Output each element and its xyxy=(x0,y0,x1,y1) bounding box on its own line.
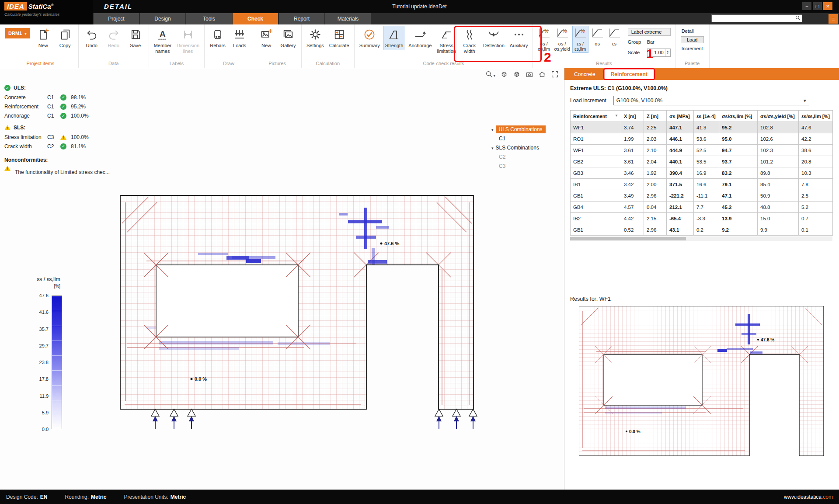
project-item-selector[interactable]: DRM1 xyxy=(5,28,30,38)
redo-button[interactable]: Redo xyxy=(103,26,124,50)
table-row[interactable]: GB13.492.96-221.2-11.147.150.92.5 xyxy=(571,190,833,202)
home-view-button[interactable] xyxy=(538,70,546,80)
crack-width-button[interactable]: Crack width xyxy=(459,26,480,56)
table-row[interactable]: IB13.422.00371.516.679.185.47.8 xyxy=(571,179,833,190)
tab-materials[interactable]: Materials xyxy=(325,13,371,24)
summary-button[interactable]: Summary xyxy=(357,26,382,50)
deflection-button[interactable]: Deflection xyxy=(481,26,507,50)
snapshot-button[interactable] xyxy=(526,70,533,80)
column-header[interactable]: εs/εs,lim [%] xyxy=(799,111,833,122)
tab-project[interactable]: Project xyxy=(94,13,139,24)
expander-icon[interactable] xyxy=(491,145,494,151)
tab-check[interactable]: Check xyxy=(233,13,278,24)
horizontal-scrollbar[interactable] xyxy=(570,236,832,241)
stress-limitation-button[interactable]: Stress limitation xyxy=(435,26,458,56)
main-canvas[interactable]: ULS: ConcreteC198.1%ReinforcementC195.2%… xyxy=(0,68,564,490)
status-name: Stress limitation xyxy=(4,134,47,140)
structure-diagram[interactable]: 47.6 % 0.0 % xyxy=(116,193,477,434)
result-ss-button[interactable]: σs xyxy=(589,26,606,48)
undo-button[interactable]: Undo xyxy=(81,26,102,50)
column-header[interactable]: Reinforcement xyxy=(571,111,621,122)
fit-view-button[interactable] xyxy=(551,70,559,80)
table-cell: GB1 xyxy=(571,190,621,202)
column-header[interactable]: X [m] xyxy=(621,111,644,122)
search-input[interactable] xyxy=(712,15,795,22)
result-ss-ssyield-button[interactable]: % σs / σs,yield xyxy=(553,26,571,53)
table-cell: -221.2 xyxy=(667,190,694,202)
tree-item-uls-combinations[interactable]: ULS Combinations xyxy=(491,125,563,134)
column-header[interactable]: σs/σs,yield [%] xyxy=(758,111,799,122)
column-header[interactable]: Z [m] xyxy=(644,111,667,122)
table-row[interactable]: GB10.522.9643.10.29.29.90.1 xyxy=(571,224,833,236)
group-caption: Results xyxy=(536,60,672,67)
scale-stepper[interactable]: 1.00 xyxy=(647,49,671,57)
result-es-eslim-button[interactable]: % εs / εs,lim xyxy=(572,26,588,53)
table-cell: 89.8 xyxy=(758,167,799,179)
tree-item-sls-combinations[interactable]: SLS Combinations xyxy=(491,143,563,152)
table-row[interactable]: GB23.612.04440.153.593.7101.220.8 xyxy=(571,156,833,167)
min-value-label: 0.0 % xyxy=(629,429,641,434)
auxiliary-button[interactable]: Auxiliary xyxy=(508,26,530,50)
maximize-button[interactable] xyxy=(813,2,822,10)
palette-increment-option[interactable]: Increment xyxy=(681,45,704,52)
tab-design[interactable]: Design xyxy=(140,13,185,24)
solid-view-button[interactable] xyxy=(513,70,521,80)
filter-icon[interactable] xyxy=(615,114,618,118)
strength-button[interactable]: Strength xyxy=(383,26,406,50)
scrollbar-thumb[interactable] xyxy=(570,237,686,240)
table-row[interactable]: GB44.570.04212.17.745.248.85.2 xyxy=(571,202,833,213)
load-increment-select[interactable]: G100.0%, V100.0% xyxy=(613,96,809,105)
tree-item-c3[interactable]: C3 xyxy=(491,161,563,170)
scale-unit: [%] xyxy=(11,284,60,288)
stepper-arrows-icon[interactable] xyxy=(665,49,670,56)
minimize-button[interactable] xyxy=(802,2,811,10)
table-cell: 102.8 xyxy=(758,122,799,133)
palette-detail-option[interactable]: Detail xyxy=(681,28,704,34)
tab-reinforcement[interactable]: Reinforcement xyxy=(603,68,655,80)
rebars-button[interactable]: Rebars xyxy=(207,26,228,50)
dimension-lines-button[interactable]: Dimension lines xyxy=(174,26,202,56)
gallery-button[interactable]: Gallery xyxy=(278,26,299,50)
axonometry-button[interactable] xyxy=(500,70,508,80)
close-button[interactable] xyxy=(823,2,832,10)
table-row[interactable]: GB33.461.92390.416.983.289.810.3 xyxy=(571,167,833,179)
table-row[interactable]: WF13.612.10444.952.594.7102.338.6 xyxy=(571,145,833,156)
palette-load-option[interactable]: Load xyxy=(681,36,704,43)
tab-report[interactable]: Report xyxy=(279,13,324,24)
table-cell: 2.96 xyxy=(644,190,667,202)
copy-button[interactable]: Copy xyxy=(55,26,76,50)
column-header[interactable]: σs [MPa] xyxy=(667,111,694,122)
zoom-button[interactable] xyxy=(485,70,495,80)
column-header[interactable]: εs [1e-4] xyxy=(694,111,719,122)
label-extreme-toggle[interactable]: Label extreme xyxy=(628,28,671,36)
menu-button[interactable] xyxy=(829,14,838,24)
new-picture-icon xyxy=(260,28,272,42)
table-row[interactable]: RO11.992.03446.153.695.0102.642.2 xyxy=(571,133,833,145)
new-picture-button[interactable]: New xyxy=(256,26,277,50)
website-link[interactable]: www.ideastatica.com xyxy=(784,494,833,500)
calculate-button[interactable]: Calculate xyxy=(327,26,352,50)
settings-button[interactable]: Settings xyxy=(304,26,326,50)
table-cell: 3.61 xyxy=(621,156,644,167)
result-es-button[interactable]: εs xyxy=(606,26,623,48)
tab-tools[interactable]: Tools xyxy=(186,13,232,24)
table-row[interactable]: IB24.422.15-65.4-3.313.915.00.7 xyxy=(571,213,833,224)
stress-graph-icon xyxy=(591,28,604,40)
rebars-icon xyxy=(212,28,224,42)
status-row: Crack widthC281.1% xyxy=(4,142,110,151)
tree-item-c1[interactable]: C1 xyxy=(491,134,563,143)
member-names-button[interactable]: A Member names xyxy=(152,26,174,56)
table-row[interactable]: WF13.742.25447.141.395.2102.847.6 xyxy=(571,122,833,133)
group-mode-select[interactable]: Bar xyxy=(647,39,654,45)
new-project-item-button[interactable]: New xyxy=(33,26,54,50)
tree-item-c2[interactable]: C2 xyxy=(491,152,563,161)
check-icon xyxy=(60,143,66,149)
table-cell: 93.7 xyxy=(719,156,758,167)
result-ss-sslim-button[interactable]: % σs / σs,lim xyxy=(536,26,552,53)
column-header[interactable]: σs/σs,lim [%] xyxy=(719,111,758,122)
anchorage-button[interactable]: Anchorage xyxy=(406,26,434,50)
loads-button[interactable]: Loads xyxy=(229,26,250,50)
save-button[interactable]: Save xyxy=(125,26,146,50)
expander-icon[interactable] xyxy=(491,126,494,132)
tab-concrete[interactable]: Concrete xyxy=(567,68,603,80)
